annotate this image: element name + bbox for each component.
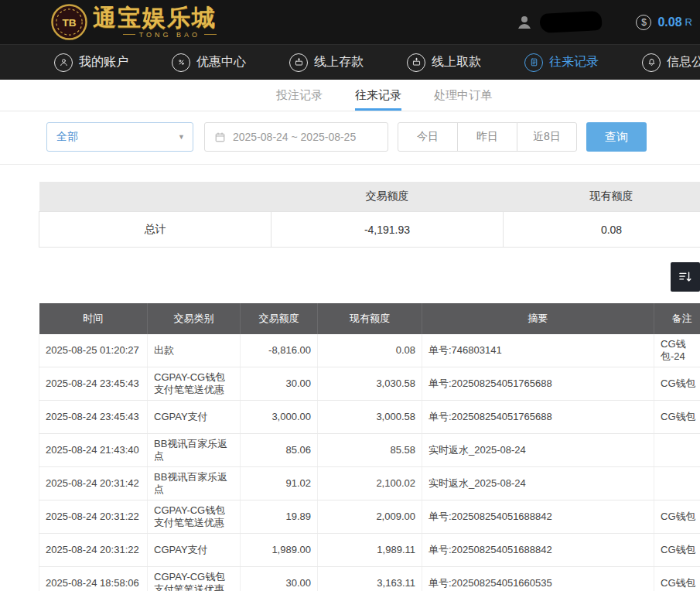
logo[interactable]: TB 通宝娱乐城 TONG BAO xyxy=(51,4,217,40)
cell-amount: 30.00 xyxy=(241,367,318,401)
cell-note: CG钱包 xyxy=(654,367,700,401)
cell-summary: 单号:202508254051688842 xyxy=(422,500,654,534)
type-select[interactable]: 全部 ▼ xyxy=(46,122,193,152)
chevron-down-icon: ▼ xyxy=(178,133,185,141)
nav-item[interactable]: 往来记录 xyxy=(524,53,599,72)
cell-balance: 3,030.58 xyxy=(318,367,422,401)
withdraw-icon xyxy=(407,53,425,72)
summary-total-balance: 0.08 xyxy=(504,212,700,248)
cell-summary: 实时返水_2025-08-24 xyxy=(422,434,654,467)
cell-amount: 3,000.00 xyxy=(241,401,318,434)
cell-balance: 3,000.58 xyxy=(318,401,422,434)
nav-item[interactable]: 我的账户 xyxy=(54,53,128,72)
nav-item-label: 信息公告 xyxy=(667,54,700,70)
cell-note: CG钱包 xyxy=(654,401,700,434)
cell-type: CGPAY支付 xyxy=(148,534,241,567)
table-row: 2025-08-24 18:58:06CGPAY-CG钱包支付笔笔送优惠30.0… xyxy=(39,567,700,591)
col-header-note: 备注 xyxy=(654,303,700,334)
cell-time: 2025-08-24 20:31:22 xyxy=(39,534,148,567)
cell-time: 2025-08-24 23:45:43 xyxy=(39,367,148,401)
filter-bar: 全部 ▼ 2025-08-24 ~ 2025-08-25 今日昨日近8日 查询 xyxy=(0,111,700,165)
sort-icon xyxy=(678,269,693,285)
cell-type: CGPAY-CG钱包支付笔笔送优惠 xyxy=(148,500,241,534)
col-header-time: 时间 xyxy=(39,303,148,334)
records-icon xyxy=(524,53,543,72)
records-table: 时间交易类别交易额度现有额度摘要备注 2025-08-25 01:20:27出款… xyxy=(39,303,700,591)
tab[interactable]: 处理中订单 xyxy=(434,80,492,111)
bell-icon xyxy=(642,53,661,72)
cell-type: 出款 xyxy=(148,334,241,367)
table-row: 2025-08-24 20:31:22CGPAY-CG钱包支付笔笔送优惠19.8… xyxy=(39,500,700,534)
records-tbody: 2025-08-25 01:20:27出款-8,816.000.08单号:746… xyxy=(39,334,700,591)
cell-amount: 30.00 xyxy=(241,567,318,591)
summary-header-row: 交易额度 现有额度 xyxy=(39,182,700,212)
sort-button[interactable] xyxy=(671,262,700,292)
cell-amount: 91.02 xyxy=(241,467,318,500)
date-range-picker[interactable]: 2025-08-24 ~ 2025-08-25 xyxy=(204,122,388,152)
nav-item[interactable]: 线上存款 xyxy=(289,53,364,72)
cell-time: 2025-08-24 18:58:06 xyxy=(39,567,148,591)
nav-item[interactable]: 线上取款 xyxy=(407,53,481,72)
cell-type: CGPAY支付 xyxy=(148,401,241,434)
cell-balance: 3,163.11 xyxy=(318,567,422,591)
summary-total-transaction: -4,191.93 xyxy=(271,212,504,248)
tab[interactable]: 投注记录 xyxy=(276,80,323,111)
summary-col-transaction: 交易额度 xyxy=(271,182,504,212)
deposit-icon xyxy=(289,53,308,72)
nav-item[interactable]: 优惠中心 xyxy=(172,53,246,72)
tab[interactable]: 往来记录 xyxy=(355,80,401,111)
quick-range-button[interactable]: 昨日 xyxy=(457,122,517,152)
cell-summary: 实时返水_2025-08-24 xyxy=(422,467,654,500)
logo-title: 通宝娱乐城 xyxy=(93,6,217,29)
cell-type: CGPAY-CG钱包支付笔笔送优惠 xyxy=(148,567,241,591)
nav-item-label: 线上取款 xyxy=(432,54,481,70)
cell-balance: 2,009.00 xyxy=(318,500,422,534)
query-button[interactable]: 查询 xyxy=(586,122,647,152)
topbar: TB 通宝娱乐城 TONG BAO $ 0.08 R xyxy=(0,0,700,44)
summary-col-empty xyxy=(39,182,271,212)
col-header-summary: 摘要 xyxy=(422,303,654,334)
cell-time: 2025-08-24 23:45:43 xyxy=(39,401,148,434)
cell-time: 2025-08-25 01:20:27 xyxy=(39,334,148,367)
sub-nav: 投注记录往来记录处理中订单 xyxy=(0,80,700,111)
main-nav: 我的账户优惠中心线上存款线上取款往来记录信息公告 xyxy=(0,44,700,80)
quick-range-button[interactable]: 近8日 xyxy=(517,122,577,152)
cell-type: BB视讯百家乐返点 xyxy=(148,467,241,500)
cell-summary: 单号:202508254051765688 xyxy=(422,401,654,434)
summary-total-label: 总计 xyxy=(39,212,271,248)
table-row: 2025-08-24 21:43:40BB视讯百家乐返点85.0685.58实时… xyxy=(39,434,700,467)
redacted-username xyxy=(540,11,603,33)
nav-item-label: 我的账户 xyxy=(79,54,128,70)
balance-currency: R xyxy=(685,16,692,28)
nav-item[interactable]: 信息公告 xyxy=(642,53,700,72)
cell-summary: 单号:202508254051660535 xyxy=(422,567,654,591)
quick-range-button[interactable]: 今日 xyxy=(398,122,458,152)
table-row: 2025-08-24 23:45:43CGPAY-CG钱包支付笔笔送优惠30.0… xyxy=(39,367,700,401)
money-icon: $ xyxy=(636,15,651,30)
nav-item-label: 优惠中心 xyxy=(196,54,246,70)
cell-summary: 单号:202508254051688842 xyxy=(422,534,654,567)
cell-amount: -8,816.00 xyxy=(241,334,318,367)
cell-type: CGPAY-CG钱包支付笔笔送优惠 xyxy=(148,367,241,401)
col-header-balance: 现有额度 xyxy=(318,303,422,334)
sort-row xyxy=(0,262,700,292)
cell-time: 2025-08-24 20:31:22 xyxy=(39,500,148,534)
cell-type: BB视讯百家乐返点 xyxy=(148,434,241,467)
cell-amount: 19.89 xyxy=(241,500,318,534)
quick-range-group: 今日昨日近8日 xyxy=(398,122,577,152)
user-avatar-icon[interactable] xyxy=(515,13,534,32)
cell-amount: 85.06 xyxy=(241,434,318,467)
logo-text: 通宝娱乐城 TONG BAO xyxy=(93,6,217,39)
table-row: 2025-08-24 23:45:43CGPAY支付3,000.003,000.… xyxy=(39,401,700,434)
cell-summary: 单号:746803141 xyxy=(422,334,654,367)
cell-note: CG钱包 xyxy=(654,500,700,534)
records-header-row: 时间交易类别交易额度现有额度摘要备注 xyxy=(39,303,700,334)
logo-coin-icon: TB xyxy=(51,4,87,40)
cell-balance: 2,100.02 xyxy=(318,467,422,500)
cell-balance: 85.58 xyxy=(318,434,422,467)
cell-note: CG钱包 xyxy=(654,567,700,591)
summary-table: 交易额度 现有额度 总计 -4,191.93 0.08 xyxy=(39,182,700,248)
user-icon xyxy=(54,53,73,72)
page: TB 通宝娱乐城 TONG BAO $ 0.08 R 我的账户优惠中心线上存款线… xyxy=(0,0,700,591)
col-header-type: 交易类别 xyxy=(148,303,241,334)
